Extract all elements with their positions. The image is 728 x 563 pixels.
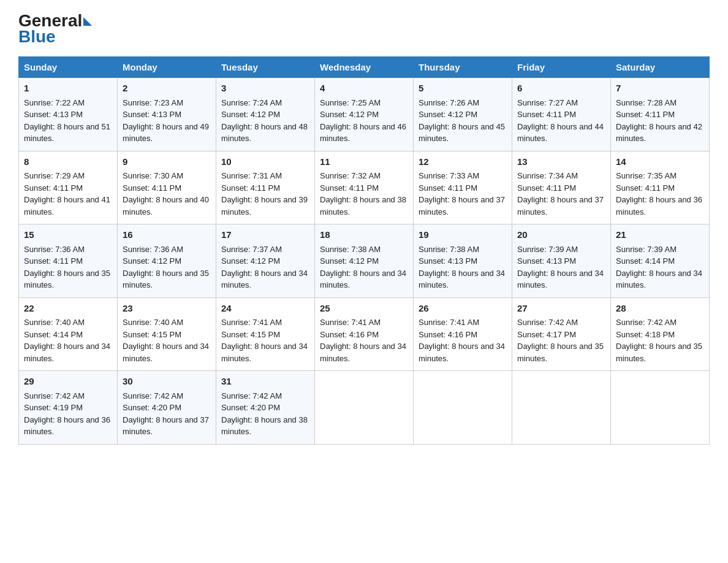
day-number: 20 <box>517 228 605 242</box>
day-sunrise: Sunrise: 7:23 AM <box>123 98 183 107</box>
day-sunrise: Sunrise: 7:33 AM <box>419 171 479 180</box>
day-number: 1 <box>24 82 112 96</box>
logo-blue-text: Blue <box>18 28 56 45</box>
day-sunset: Sunset: 4:15 PM <box>221 330 280 339</box>
day-sunrise: Sunrise: 7:27 AM <box>517 98 578 107</box>
day-sunset: Sunset: 4:13 PM <box>123 110 181 119</box>
calendar-day-cell: 27Sunrise: 7:42 AMSunset: 4:17 PMDayligh… <box>512 297 611 371</box>
calendar-day-cell: 30Sunrise: 7:42 AMSunset: 4:20 PMDayligh… <box>118 371 216 445</box>
day-daylight: Daylight: 8 hours and 34 minutes. <box>419 342 505 363</box>
calendar-day-cell: 24Sunrise: 7:41 AMSunset: 4:15 PMDayligh… <box>216 297 315 371</box>
calendar-day-cell: 8Sunrise: 7:29 AMSunset: 4:11 PMDaylight… <box>19 151 118 224</box>
day-daylight: Daylight: 8 hours and 37 minutes. <box>123 415 209 437</box>
calendar-day-cell: 22Sunrise: 7:40 AMSunset: 4:14 PMDayligh… <box>19 297 118 371</box>
logo-arrow-icon <box>83 17 92 26</box>
day-number: 10 <box>221 155 309 169</box>
calendar-day-cell: 12Sunrise: 7:33 AMSunset: 4:11 PMDayligh… <box>414 151 512 224</box>
day-sunrise: Sunrise: 7:22 AM <box>24 98 85 107</box>
calendar-day-cell: 13Sunrise: 7:34 AMSunset: 4:11 PMDayligh… <box>512 151 611 224</box>
day-sunset: Sunset: 4:11 PM <box>221 183 280 193</box>
calendar-day-cell: 1Sunrise: 7:22 AMSunset: 4:13 PMDaylight… <box>19 78 118 151</box>
day-daylight: Daylight: 8 hours and 51 minutes. <box>24 122 110 144</box>
calendar-header-saturday: Saturday <box>611 57 710 78</box>
calendar-day-cell: 21Sunrise: 7:39 AMSunset: 4:14 PMDayligh… <box>611 224 710 298</box>
day-number: 2 <box>123 82 211 96</box>
day-daylight: Daylight: 8 hours and 34 minutes. <box>517 269 604 290</box>
day-sunrise: Sunrise: 7:28 AM <box>616 98 677 107</box>
day-number: 28 <box>616 302 704 316</box>
calendar-day-cell <box>611 371 710 445</box>
day-sunrise: Sunrise: 7:42 AM <box>517 318 578 327</box>
day-number: 11 <box>320 155 408 169</box>
calendar-day-cell: 26Sunrise: 7:41 AMSunset: 4:16 PMDayligh… <box>414 297 512 371</box>
day-daylight: Daylight: 8 hours and 36 minutes. <box>24 415 110 437</box>
calendar-day-cell: 20Sunrise: 7:39 AMSunset: 4:13 PMDayligh… <box>512 224 611 298</box>
calendar-week-row: 22Sunrise: 7:40 AMSunset: 4:14 PMDayligh… <box>19 297 710 371</box>
day-daylight: Daylight: 8 hours and 34 minutes. <box>221 269 308 290</box>
day-daylight: Daylight: 8 hours and 35 minutes. <box>517 342 604 363</box>
day-sunset: Sunset: 4:11 PM <box>517 110 576 119</box>
day-daylight: Daylight: 8 hours and 34 minutes. <box>320 269 406 290</box>
day-sunrise: Sunrise: 7:36 AM <box>24 245 85 254</box>
day-daylight: Daylight: 8 hours and 35 minutes. <box>123 269 209 290</box>
calendar-day-cell: 6Sunrise: 7:27 AMSunset: 4:11 PMDaylight… <box>512 78 611 151</box>
day-number: 26 <box>419 302 507 316</box>
day-sunrise: Sunrise: 7:26 AM <box>419 98 479 107</box>
day-number: 3 <box>221 82 309 96</box>
day-sunrise: Sunrise: 7:41 AM <box>221 318 282 327</box>
day-sunrise: Sunrise: 7:42 AM <box>221 391 282 400</box>
day-sunset: Sunset: 4:15 PM <box>123 330 181 339</box>
page-header: General Blue <box>18 12 710 45</box>
day-number: 8 <box>24 155 112 169</box>
day-number: 6 <box>517 82 605 96</box>
day-sunset: Sunset: 4:11 PM <box>24 183 83 193</box>
calendar-header-tuesday: Tuesday <box>216 57 315 78</box>
calendar-header-monday: Monday <box>118 57 216 78</box>
day-number: 21 <box>616 228 704 242</box>
day-sunset: Sunset: 4:20 PM <box>123 403 181 412</box>
calendar-day-cell: 9Sunrise: 7:30 AMSunset: 4:11 PMDaylight… <box>118 151 216 224</box>
calendar-day-cell: 5Sunrise: 7:26 AMSunset: 4:12 PMDaylight… <box>414 78 512 151</box>
day-number: 27 <box>517 302 605 316</box>
day-daylight: Daylight: 8 hours and 39 minutes. <box>221 195 308 216</box>
day-daylight: Daylight: 8 hours and 40 minutes. <box>123 195 209 216</box>
day-daylight: Daylight: 8 hours and 36 minutes. <box>616 195 702 216</box>
day-number: 14 <box>616 155 704 169</box>
day-sunset: Sunset: 4:11 PM <box>616 110 675 119</box>
day-daylight: Daylight: 8 hours and 41 minutes. <box>24 195 110 216</box>
calendar-day-cell: 31Sunrise: 7:42 AMSunset: 4:20 PMDayligh… <box>216 371 315 445</box>
calendar-day-cell: 23Sunrise: 7:40 AMSunset: 4:15 PMDayligh… <box>118 297 216 371</box>
day-sunset: Sunset: 4:11 PM <box>320 183 379 193</box>
day-daylight: Daylight: 8 hours and 48 minutes. <box>221 122 308 144</box>
calendar-week-row: 8Sunrise: 7:29 AMSunset: 4:11 PMDaylight… <box>19 151 710 224</box>
day-number: 18 <box>320 228 408 242</box>
day-number: 23 <box>123 302 211 316</box>
day-number: 29 <box>24 375 112 389</box>
calendar-day-cell: 25Sunrise: 7:41 AMSunset: 4:16 PMDayligh… <box>315 297 414 371</box>
logo: General Blue <box>18 12 92 45</box>
day-sunrise: Sunrise: 7:37 AM <box>221 245 282 254</box>
calendar-week-row: 1Sunrise: 7:22 AMSunset: 4:13 PMDaylight… <box>19 78 710 151</box>
calendar-day-cell: 19Sunrise: 7:38 AMSunset: 4:13 PMDayligh… <box>414 224 512 298</box>
calendar-day-cell: 15Sunrise: 7:36 AMSunset: 4:11 PMDayligh… <box>19 224 118 298</box>
day-sunset: Sunset: 4:12 PM <box>123 256 181 266</box>
day-sunrise: Sunrise: 7:35 AM <box>616 171 677 180</box>
day-sunset: Sunset: 4:13 PM <box>419 256 477 266</box>
day-sunset: Sunset: 4:14 PM <box>616 256 675 266</box>
calendar-week-row: 15Sunrise: 7:36 AMSunset: 4:11 PMDayligh… <box>19 224 710 298</box>
day-sunrise: Sunrise: 7:25 AM <box>320 98 381 107</box>
day-daylight: Daylight: 8 hours and 34 minutes. <box>221 342 308 363</box>
calendar-day-cell: 10Sunrise: 7:31 AMSunset: 4:11 PMDayligh… <box>216 151 315 224</box>
calendar-table: SundayMondayTuesdayWednesdayThursdayFrid… <box>18 56 710 445</box>
day-daylight: Daylight: 8 hours and 34 minutes. <box>123 342 209 363</box>
calendar-day-cell <box>315 371 414 445</box>
day-sunrise: Sunrise: 7:30 AM <box>123 171 183 180</box>
day-sunset: Sunset: 4:20 PM <box>221 403 280 412</box>
day-sunset: Sunset: 4:17 PM <box>517 330 576 339</box>
day-sunrise: Sunrise: 7:40 AM <box>123 318 183 327</box>
day-sunrise: Sunrise: 7:41 AM <box>419 318 479 327</box>
calendar-day-cell: 4Sunrise: 7:25 AMSunset: 4:12 PMDaylight… <box>315 78 414 151</box>
day-number: 5 <box>419 82 507 96</box>
day-sunrise: Sunrise: 7:24 AM <box>221 98 282 107</box>
day-sunset: Sunset: 4:13 PM <box>517 256 576 266</box>
